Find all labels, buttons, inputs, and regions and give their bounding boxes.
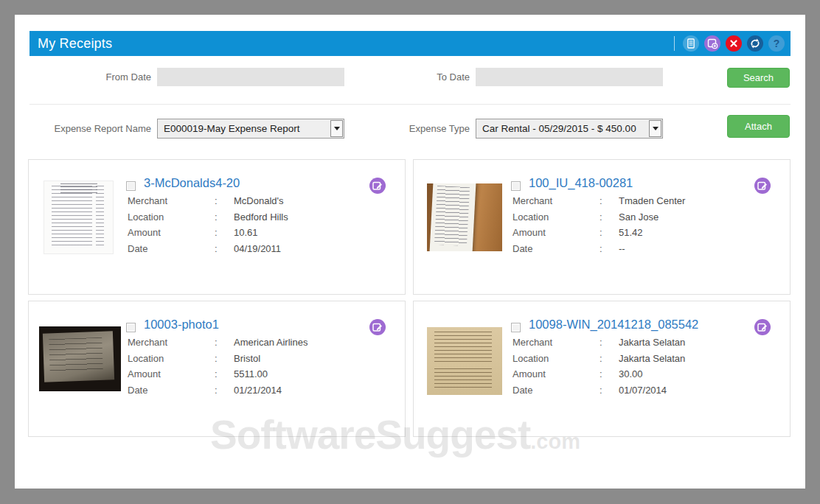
field-value: Tmaden Center: [619, 195, 685, 206]
field-colon: :: [215, 227, 234, 238]
field-value: 5511.00: [234, 368, 268, 379]
page-title: My Receipts: [38, 31, 112, 56]
receipt-checkbox[interactable]: [126, 323, 136, 332]
from-date-label: From Date: [33, 68, 151, 86]
edit-icon[interactable]: [369, 319, 386, 335]
section-divider: [29, 104, 791, 105]
field-colon: :: [600, 195, 619, 206]
add-receipt-icon[interactable]: [704, 35, 720, 52]
receipt-card: 10098-WIN_20141218_085542 Merchant:Jakar…: [413, 301, 791, 437]
receipt-thumbnail[interactable]: [39, 326, 121, 391]
field-label: Amount: [128, 368, 215, 379]
to-date-input[interactable]: [476, 68, 663, 86]
refresh-icon[interactable]: [747, 35, 763, 52]
field-value: 01/21/2014: [234, 385, 282, 396]
receipt-card: 10003-photo1 Merchant:American Airlines …: [28, 301, 406, 437]
field-label: Date: [128, 385, 215, 396]
receipt-checkbox[interactable]: [511, 323, 521, 332]
field-label: Merchant: [128, 337, 215, 348]
receipt-title-link[interactable]: 100_IU_418-00281: [529, 176, 633, 190]
field-label: Location: [128, 211, 215, 223]
field-value: Jakarta Selatan: [619, 353, 685, 364]
expense-report-selected-value: E000019-May Expense Report: [164, 119, 327, 138]
field-value: 04/19/2011: [234, 243, 281, 254]
field-colon: :: [600, 243, 619, 254]
edit-icon[interactable]: [754, 178, 771, 194]
field-label: Merchant: [512, 337, 600, 348]
field-colon: :: [215, 368, 234, 379]
field-value: 30.00: [619, 368, 643, 379]
receipt-checkbox[interactable]: [511, 181, 521, 191]
receipt-card: 3-McDonalds4-20 Merchant:McDonald's Loca…: [28, 159, 406, 295]
app-window: My Receipts: [15, 15, 805, 489]
receipt-thumbnail[interactable]: [427, 327, 502, 395]
field-colon: :: [600, 337, 619, 348]
receipt-checkbox[interactable]: [126, 181, 136, 191]
expense-report-name-label: Expense Report Name: [33, 119, 151, 138]
field-value: 10.61: [234, 227, 258, 238]
field-label: Amount: [512, 227, 600, 238]
field-value: Bedford Hills: [234, 211, 288, 223]
attach-button[interactable]: Attach: [727, 115, 790, 138]
field-colon: :: [215, 353, 234, 364]
field-value: --: [619, 243, 625, 254]
field-colon: :: [215, 337, 234, 348]
chevron-down-icon[interactable]: [649, 120, 661, 137]
search-button[interactable]: Search: [727, 68, 790, 88]
from-date-input[interactable]: [157, 68, 344, 86]
expense-report-select[interactable]: E000019-May Expense Report: [157, 119, 344, 139]
field-label: Date: [512, 385, 600, 396]
expense-type-label: Expense Type: [352, 119, 470, 138]
field-label: Location: [512, 211, 600, 223]
receipt-title-link[interactable]: 3-McDonalds4-20: [144, 176, 240, 190]
field-colon: :: [600, 227, 619, 238]
edit-icon[interactable]: [369, 178, 386, 194]
field-label: Amount: [512, 368, 600, 379]
field-label: Amount: [128, 227, 215, 238]
field-label: Location: [128, 353, 215, 364]
chevron-down-icon[interactable]: [330, 120, 343, 137]
receipt-thumbnail[interactable]: [427, 183, 502, 251]
field-colon: :: [600, 211, 619, 223]
receipt-title-link[interactable]: 10098-WIN_20141218_085542: [529, 318, 698, 332]
field-value: 01/07/2014: [619, 385, 667, 396]
expense-type-selected-value: Car Rental - 05/29/2015 - $ 450.00: [482, 119, 646, 138]
expense-type-select[interactable]: Car Rental - 05/29/2015 - $ 450.00: [476, 119, 663, 139]
header-bar: My Receipts: [29, 31, 791, 56]
close-icon[interactable]: [726, 35, 742, 52]
field-colon: :: [215, 243, 234, 254]
toolbar-separator: [674, 36, 675, 51]
receipt-thumbnail[interactable]: [44, 181, 114, 254]
field-colon: :: [215, 195, 234, 206]
field-value: Jakarta Selatan: [619, 337, 685, 348]
field-value: McDonald's: [234, 195, 284, 206]
receipt-title-link[interactable]: 10003-photo1: [144, 318, 219, 332]
field-value: Bristol: [234, 353, 260, 364]
receipt-card: 100_IU_418-00281 Merchant:Tmaden Center …: [413, 159, 791, 295]
receipts-list-icon[interactable]: [683, 35, 699, 52]
field-value: 51.42: [619, 227, 643, 238]
field-value: American Airlines: [234, 337, 308, 348]
field-colon: :: [215, 385, 234, 396]
header-toolbar: ?: [674, 35, 785, 52]
field-colon: :: [215, 211, 234, 223]
to-date-label: To Date: [352, 68, 470, 86]
field-colon: :: [600, 353, 619, 364]
help-glyph: ?: [774, 35, 780, 52]
field-colon: :: [600, 385, 619, 396]
field-label: Date: [128, 243, 215, 254]
help-icon[interactable]: ?: [768, 35, 785, 52]
field-colon: :: [600, 368, 619, 379]
field-value: San Jose: [619, 211, 659, 223]
field-label: Merchant: [512, 195, 600, 206]
edit-icon[interactable]: [754, 319, 771, 335]
field-label: Date: [512, 243, 600, 254]
field-label: Location: [512, 353, 600, 364]
field-label: Merchant: [128, 195, 215, 206]
